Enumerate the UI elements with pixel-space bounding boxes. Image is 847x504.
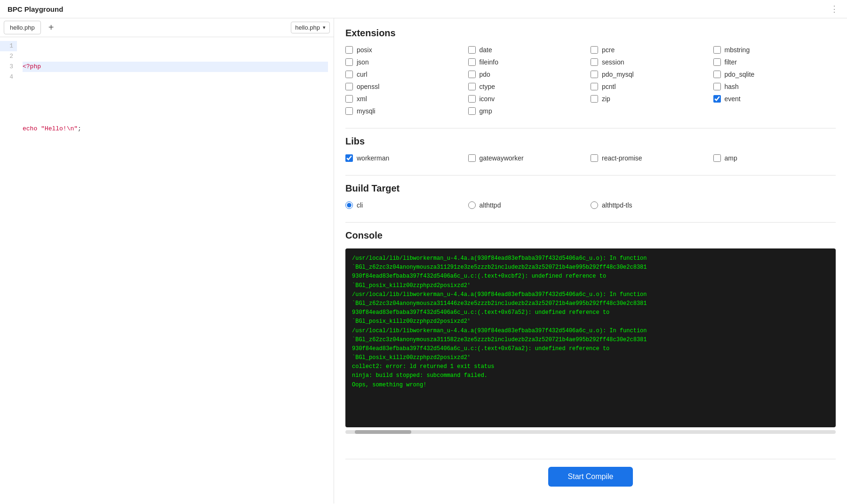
ext-iconv-label: iconv [479, 95, 495, 103]
ext-filter[interactable]: filter [713, 58, 836, 66]
code-content[interactable]: <?php echo "Hello!\n"; [17, 37, 334, 504]
ext-posix-checkbox[interactable] [345, 46, 353, 54]
main-layout: hello.php + hello.php ▾ 1 2 3 4 <?php ec… [0, 18, 847, 504]
more-options-icon[interactable]: ⋮ [830, 4, 839, 14]
target-althttpd-radio[interactable] [468, 201, 476, 209]
lib-gatewayworker[interactable]: gatewayworker [468, 154, 591, 162]
ext-date-checkbox[interactable] [468, 46, 476, 54]
ext-pcntl-checkbox[interactable] [591, 83, 598, 90]
ext-openssl[interactable]: openssl [345, 83, 468, 90]
libs-divider [345, 128, 836, 128]
lib-gatewayworker-label: gatewayworker [479, 154, 524, 162]
lib-react-promise-checkbox[interactable] [591, 154, 598, 162]
line-numbers: 1 2 3 4 [0, 37, 17, 504]
ext-date[interactable]: date [468, 46, 591, 54]
ext-pdo-sqlite-checkbox[interactable] [713, 71, 721, 78]
ext-session-checkbox[interactable] [591, 58, 598, 66]
target-althttpd[interactable]: althttpd [468, 201, 591, 209]
ext-pcre-checkbox[interactable] [591, 46, 598, 54]
line-number-4: 4 [0, 72, 17, 82]
ext-fileinfo-checkbox[interactable] [468, 58, 476, 66]
code-line-1: <?php [23, 62, 328, 72]
ext-pcntl[interactable]: pcntl [591, 83, 713, 90]
ext-posix[interactable]: posix [345, 46, 468, 54]
extensions-title: Extensions [345, 28, 836, 39]
ext-xml[interactable]: xml [345, 95, 468, 103]
bottom-bar: Start Compile [345, 459, 836, 494]
file-selector-dropdown[interactable]: hello.php ▾ [291, 22, 330, 33]
lib-amp-label: amp [725, 154, 737, 162]
console-scrollbar-thumb[interactable] [355, 430, 411, 434]
ext-curl[interactable]: curl [345, 71, 468, 78]
target-althttpd-tls-radio[interactable] [591, 201, 598, 209]
ext-session[interactable]: session [591, 58, 713, 66]
ext-openssl-checkbox[interactable] [345, 83, 353, 90]
line-number-1: 1 [0, 41, 17, 51]
lib-workerman-label: workerman [357, 154, 389, 162]
lib-workerman[interactable]: workerman [345, 154, 468, 162]
build-target-divider [345, 175, 836, 176]
lib-workerman-checkbox[interactable] [345, 154, 353, 162]
ext-pdo-sqlite[interactable]: pdo_sqlite [713, 71, 836, 78]
ext-zip-checkbox[interactable] [591, 95, 598, 103]
ext-mysqli-checkbox[interactable] [345, 107, 353, 115]
ext-xml-label: xml [357, 95, 367, 103]
ext-pdo-mysql-checkbox[interactable] [591, 71, 598, 78]
ext-pdo-checkbox[interactable] [468, 71, 476, 78]
build-target-section: Build Target cli althttpd althttpd-tls [345, 183, 836, 218]
console-scrollbar-track[interactable] [345, 430, 836, 434]
ext-pdo[interactable]: pdo [468, 71, 591, 78]
ext-iconv[interactable]: iconv [468, 95, 591, 103]
ext-xml-checkbox[interactable] [345, 95, 353, 103]
ext-curl-checkbox[interactable] [345, 71, 353, 78]
ext-event[interactable]: event [713, 95, 836, 103]
lib-amp-checkbox[interactable] [713, 154, 721, 162]
ext-json[interactable]: json [345, 58, 468, 66]
ext-curl-label: curl [357, 71, 368, 78]
ext-event-checkbox[interactable] [713, 95, 721, 103]
start-compile-button[interactable]: Start Compile [548, 467, 633, 487]
extensions-grid: posix date pcre mbstring json [345, 46, 836, 115]
ext-pcre[interactable]: pcre [591, 46, 713, 54]
ext-gmp-checkbox[interactable] [468, 107, 476, 115]
lib-gatewayworker-checkbox[interactable] [468, 154, 476, 162]
file-selector-label: hello.php [295, 24, 320, 31]
code-line-4 [23, 155, 328, 165]
ext-hash[interactable]: hash [713, 83, 836, 90]
ext-mbstring[interactable]: mbstring [713, 46, 836, 54]
ext-ctype-checkbox[interactable] [468, 83, 476, 90]
add-tab-button[interactable]: + [45, 22, 58, 33]
ext-ctype[interactable]: ctype [468, 83, 591, 90]
ext-gmp[interactable]: gmp [468, 107, 591, 115]
libs-grid: workerman gatewayworker react-promise am… [345, 154, 836, 162]
console-divider [345, 222, 836, 223]
ext-ctype-label: ctype [479, 83, 495, 90]
target-cli[interactable]: cli [345, 201, 468, 209]
ext-iconv-checkbox[interactable] [468, 95, 476, 103]
ext-mbstring-label: mbstring [725, 46, 750, 54]
lib-amp[interactable]: amp [713, 154, 836, 162]
tab-label: hello.php [10, 24, 35, 31]
editor-tab-hello-php[interactable]: hello.php [4, 21, 41, 34]
ext-mysqli[interactable]: mysqli [345, 107, 468, 115]
libs-title: Libs [345, 136, 836, 147]
build-target-grid: cli althttpd althttpd-tls [345, 201, 836, 209]
title-bar: BPC Playground ⋮ [0, 0, 847, 18]
ext-event-label: event [725, 95, 741, 103]
libs-section: Libs workerman gatewayworker react-promi… [345, 136, 836, 171]
ext-openssl-label: openssl [357, 83, 379, 90]
ext-fileinfo[interactable]: fileinfo [468, 58, 591, 66]
ext-mbstring-checkbox[interactable] [713, 46, 721, 54]
console-title: Console [345, 230, 836, 241]
code-editor[interactable]: 1 2 3 4 <?php echo "Hello!\n"; [0, 37, 334, 504]
ext-hash-checkbox[interactable] [713, 83, 721, 90]
code-line-3: echo "Hello!\n"; [23, 124, 328, 134]
target-cli-radio[interactable] [345, 201, 353, 209]
lib-react-promise[interactable]: react-promise [591, 154, 713, 162]
ext-pdo-mysql[interactable]: pdo_mysql [591, 71, 713, 78]
ext-filter-checkbox[interactable] [713, 58, 721, 66]
target-althttpd-tls[interactable]: althttpd-tls [591, 201, 713, 209]
ext-hash-label: hash [725, 83, 739, 90]
ext-zip[interactable]: zip [591, 95, 713, 103]
ext-json-checkbox[interactable] [345, 58, 353, 66]
